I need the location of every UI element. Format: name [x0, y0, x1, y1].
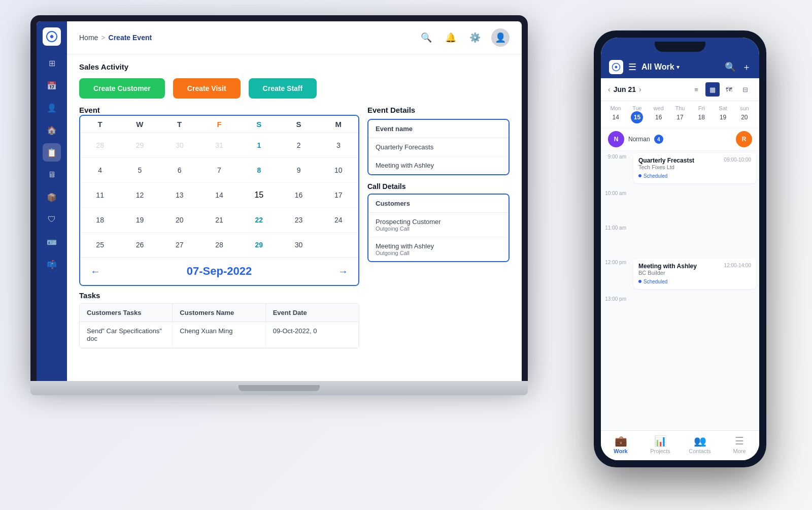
cal-cell-2[interactable]: 2 [295, 136, 303, 154]
cal-cell-31[interactable]: 31 [213, 136, 225, 154]
phone-search-icon[interactable]: 🔍 [725, 61, 736, 73]
day-header-4: S [239, 116, 279, 133]
cal-cell-10[interactable]: 10 [332, 161, 345, 179]
sidebar-icon-user[interactable]: 👤 [43, 99, 61, 117]
phone-menu-icon[interactable]: ☰ [628, 61, 636, 73]
sidebar-icon-grid[interactable]: ⊞ [43, 54, 61, 72]
cal-cell-30b[interactable]: 30 [293, 236, 305, 254]
sidebar-icon-box[interactable]: 📦 [43, 188, 61, 206]
sidebar-icon-id-card[interactable]: 🪪 [43, 233, 61, 251]
sidebar-icon-monitor[interactable]: 🖥 [43, 166, 61, 184]
phone-filter-icon[interactable]: ⊟ [738, 82, 752, 97]
cal-cell-25[interactable]: 25 [94, 236, 106, 254]
week-col-sun: sun 20 [734, 104, 755, 124]
cal-cell-17[interactable]: 17 [332, 186, 345, 204]
call-customers-header: Customers [368, 195, 509, 213]
nav-work[interactable]: 💼 Work [601, 435, 640, 454]
cal-cell-29[interactable]: 29 [134, 136, 146, 154]
cal-cell-18[interactable]: 18 [94, 211, 106, 229]
cal-cell-4[interactable]: 4 [96, 161, 104, 179]
cal-cell-12[interactable]: 12 [134, 186, 146, 204]
cal-cell-28b[interactable]: 28 [213, 236, 225, 254]
create-customer-button[interactable]: Create Customer [79, 78, 165, 99]
cal-cell-1[interactable]: 1 [255, 136, 263, 154]
cal-cell-24[interactable]: 24 [332, 211, 345, 229]
phone-date-17[interactable]: 17 [674, 111, 686, 123]
time-spacer-11 [633, 224, 756, 254]
cal-cell-26[interactable]: 26 [134, 236, 146, 254]
sidebar-icon-package[interactable]: 📫 [43, 255, 61, 273]
cal-cell-9[interactable]: 9 [295, 161, 303, 179]
cal-week-3: 18 19 20 21 22 23 24 [80, 208, 358, 233]
cal-cell-27[interactable]: 27 [174, 236, 186, 254]
event-card-quarterly[interactable]: Quarterly Frecastst Tech Fixes Ltd 09:00… [633, 153, 756, 183]
cal-cell-19[interactable]: 19 [134, 211, 146, 229]
create-visit-button[interactable]: Create Visit [173, 78, 241, 99]
phone-add-icon[interactable]: ＋ [742, 61, 751, 73]
phone-title: All Work [641, 62, 674, 72]
search-icon[interactable]: 🔍 [418, 29, 434, 46]
cal-cell-11[interactable]: 11 [94, 186, 106, 204]
phone-date-14[interactable]: 14 [610, 111, 622, 123]
avatar-norman[interactable]: N [608, 131, 624, 147]
calendar-section: Event T W T F S S M [79, 106, 359, 373]
avatar[interactable]: 👤 [491, 28, 510, 47]
event-meeting-ashley[interactable]: Meeting with Ashley [368, 156, 509, 174]
phone-date-20[interactable]: 20 [738, 111, 751, 123]
cal-cell-16[interactable]: 16 [293, 186, 305, 204]
event-card-ashley[interactable]: Meeting with Ashley BC Builder 12:00-14:… [633, 259, 756, 289]
sidebar-icon-calendar[interactable]: 📅 [43, 76, 61, 94]
call-item-1[interactable]: Meeting with Ashley Outgoing Call [368, 237, 509, 261]
nav-more[interactable]: ☰ More [720, 435, 759, 454]
sidebar: ⊞ 📅 👤 🏠 📋 🖥 📦 🛡 🪪 📫 [37, 21, 67, 381]
phone-date-16[interactable]: 16 [653, 111, 665, 123]
cal-cell-15-today[interactable]: 15 [254, 190, 263, 200]
cal-cell-14[interactable]: 14 [213, 186, 225, 204]
phone-date-18[interactable]: 18 [695, 111, 707, 123]
phone-header: ☰ All Work ▾ 🔍 ＋ [601, 56, 759, 78]
phone-date-19[interactable]: 19 [717, 111, 729, 123]
breadcrumb-home[interactable]: Home [79, 34, 98, 42]
settings-icon[interactable]: ⚙️ [467, 29, 483, 46]
cal-cell-20[interactable]: 20 [174, 211, 186, 229]
tasks-table-header: Customers Tasks Customers Name Event Dat… [80, 304, 359, 322]
schedule-row-12pm: 12:00 pm Meeting with Ashley BC Builder … [601, 257, 759, 293]
cal-cell-23[interactable]: 23 [293, 211, 305, 229]
notifications-icon[interactable]: 🔔 [443, 29, 459, 46]
cal-cell-22[interactable]: 22 [253, 211, 265, 229]
call-item-0[interactable]: Prospecting Customer Outgoing Call [368, 213, 509, 237]
sidebar-icon-document[interactable]: 📋 [43, 143, 61, 162]
event-quarterly[interactable]: Quarterly Forecasts [368, 138, 509, 156]
cal-cell-21[interactable]: 21 [213, 211, 225, 229]
phone-cal-next[interactable]: › [639, 85, 641, 93]
phone-grid-view[interactable]: ▦ [705, 82, 720, 97]
phone-date-15-today[interactable]: 15 [631, 111, 643, 123]
phone-cal-prev[interactable]: ‹ [608, 85, 611, 93]
cal-cell-3[interactable]: 3 [334, 136, 343, 154]
cal-cell-30[interactable]: 30 [174, 136, 186, 154]
time-12pm: 12:00 pm [601, 257, 630, 293]
day-header-2: T [160, 116, 199, 133]
sidebar-icon-shield[interactable]: 🛡 [43, 210, 61, 229]
nav-projects[interactable]: 📊 Projects [640, 435, 680, 454]
phone-map-view[interactable]: 🗺 [722, 82, 736, 97]
cal-cell-28[interactable]: 28 [94, 136, 106, 154]
create-staff-button[interactable]: Create Staff [249, 78, 317, 99]
cal-cell-6[interactable]: 6 [176, 161, 184, 179]
phone-list-view[interactable]: ≡ [689, 82, 703, 97]
cal-next-button[interactable]: → [338, 266, 348, 277]
phone-chevron-icon: ▾ [676, 63, 680, 71]
phone-title-row[interactable]: All Work ▾ [641, 62, 720, 72]
schedule-col-12pm: Meeting with Ashley BC Builder 12:00-14:… [630, 257, 759, 293]
cal-cell-5[interactable]: 5 [136, 161, 144, 179]
sidebar-icon-home[interactable]: 🏠 [43, 121, 61, 139]
nav-contacts[interactable]: 👥 Contacts [680, 435, 720, 454]
cal-cell-7[interactable]: 7 [215, 161, 223, 179]
cal-cell-8[interactable]: 8 [255, 161, 263, 179]
schedule-row-13pm: 13:00 pm [601, 293, 759, 328]
avatar-other[interactable]: R [736, 131, 752, 147]
cal-cell-13[interactable]: 13 [174, 186, 186, 204]
schedule-col-13pm [630, 293, 759, 328]
cal-cell-29[interactable]: 29 [253, 236, 265, 254]
cal-prev-button[interactable]: ← [90, 266, 100, 277]
